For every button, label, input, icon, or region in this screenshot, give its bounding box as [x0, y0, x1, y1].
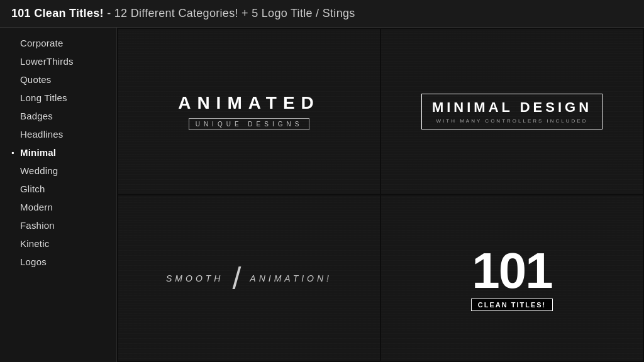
sidebar-item-badges[interactable]: Badges — [0, 107, 116, 125]
sidebar-item-headlines[interactable]: Headlines — [0, 125, 116, 143]
sidebar-label-logos: Logos — [20, 256, 47, 267]
sidebar-bullet-minimal: ▪ — [11, 148, 18, 157]
minimal-subtitle: WITH MANY CONTROLLERS INCLUDED — [432, 118, 592, 124]
sidebar-label-headlines: Headlines — [20, 129, 64, 140]
sidebar-label-fashion: Fashion — [20, 220, 55, 231]
sidebar-item-long-titles[interactable]: Long Titles — [0, 89, 116, 107]
sidebar-label-modern: Modern — [20, 202, 53, 212]
minimal-box: MINIMAL DESIGN WITH MANY CONTROLLERS INC… — [421, 94, 602, 129]
sidebar-item-logos[interactable]: Logos — [0, 253, 116, 271]
sidebar-label-badges: Badges — [20, 111, 53, 121]
preview-cell-minimal: MINIMAL DESIGN WITH MANY CONTROLLERS INC… — [381, 29, 643, 194]
sidebar-item-minimal[interactable]: ▪Minimal — [0, 143, 116, 162]
smooth-slash: / — [232, 260, 241, 297]
smooth-right: ANIMATION! — [250, 273, 332, 283]
sidebar-item-lower-thirds[interactable]: LowerThirds — [0, 52, 116, 70]
header-title-separator: - — [107, 7, 114, 19]
preview-cell-101: 101 CLEAN TITLES! — [381, 195, 643, 361]
clean-titles-badge: CLEAN TITLES! — [471, 299, 553, 311]
sidebar-label-wedding: Wedding — [20, 165, 58, 176]
number-101: 101 — [472, 246, 552, 296]
header-bar: 101 Clean Titles! - 12 Different Categor… — [0, 0, 644, 28]
header-title-bold: 101 Clean Titles! — [11, 7, 104, 19]
sidebar: CorporateLowerThirdsQuotesLong TitlesBad… — [0, 28, 117, 362]
sidebar-label-glitch: Glitch — [20, 184, 45, 194]
preview-cell-smooth: SMOOTH / ANIMATION! — [118, 195, 380, 361]
sidebar-item-glitch[interactable]: Glitch — [0, 180, 116, 198]
sidebar-item-corporate[interactable]: Corporate — [0, 34, 116, 52]
sidebar-label-quotes: Quotes — [20, 74, 52, 85]
sidebar-label-long-titles: Long Titles — [20, 92, 67, 103]
sidebar-label-lower-thirds: LowerThirds — [20, 56, 74, 67]
minimal-title: MINIMAL DESIGN — [432, 99, 592, 116]
sidebar-item-fashion[interactable]: Fashion — [0, 216, 116, 234]
main-layout: CorporateLowerThirdsQuotesLong TitlesBad… — [0, 28, 644, 362]
animated-title: ANIMATED — [178, 93, 320, 113]
sidebar-item-modern[interactable]: Modern — [0, 198, 116, 216]
header-title: 101 Clean Titles! - 12 Different Categor… — [11, 7, 355, 20]
sidebar-item-quotes[interactable]: Quotes — [0, 70, 116, 89]
preview-cell-animated: ANIMATED UNIQUE DESIGNS — [118, 29, 380, 194]
smooth-text-group: SMOOTH / ANIMATION! — [166, 260, 332, 297]
sidebar-label-minimal: Minimal — [20, 147, 56, 158]
header-title-light: 12 Different Categories! + 5 Logo Title … — [114, 7, 355, 19]
sidebar-label-corporate: Corporate — [20, 38, 64, 48]
sidebar-item-wedding[interactable]: Wedding — [0, 162, 116, 180]
sidebar-item-kinetic[interactable]: Kinetic — [0, 234, 116, 253]
sidebar-label-kinetic: Kinetic — [20, 238, 49, 249]
content-area: ANIMATED UNIQUE DESIGNS MINIMAL DESIGN W… — [117, 28, 644, 362]
smooth-left: SMOOTH — [166, 273, 223, 283]
animated-subtitle: UNIQUE DESIGNS — [189, 118, 310, 130]
